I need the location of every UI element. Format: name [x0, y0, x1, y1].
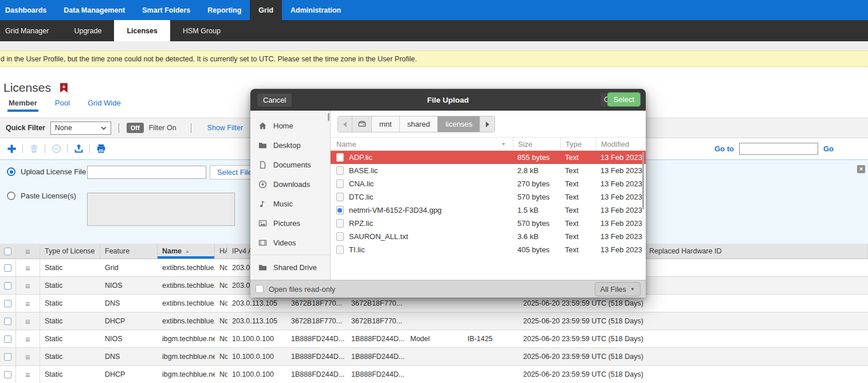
- cancel-button[interactable]: Cancel: [257, 93, 292, 107]
- file-column-name[interactable]: Name▼: [331, 140, 513, 148]
- cell-3: No: [215, 295, 227, 312]
- row-checkbox[interactable]: [4, 282, 11, 290]
- row-menu-icon[interactable]: ≡: [16, 348, 40, 365]
- breadcrumb-mnt[interactable]: mnt: [372, 116, 400, 132]
- nav-item-dashboards[interactable]: Dashboards: [0, 0, 55, 20]
- paste-license-textarea[interactable]: [87, 193, 235, 226]
- row-menu-icon[interactable]: ≡: [16, 330, 40, 347]
- quick-filter-select[interactable]: None: [50, 122, 111, 135]
- bookmark-icon[interactable]: +: [60, 83, 68, 93]
- column-header-replaced-hardware-id[interactable]: Replaced Hardware ID: [645, 244, 868, 259]
- tab-grid-wide[interactable]: Grid Wide: [87, 99, 122, 112]
- file-row[interactable]: CNA.lic270 bytesText13 Feb 2023: [331, 177, 646, 190]
- table-row[interactable]: ≡StaticNIOSibgm.techblue.netNo10.100.0.1…: [0, 330, 868, 348]
- table-row[interactable]: ≡StaticDHCPextibns.techblue.n…No203.0.11…: [0, 312, 868, 330]
- subnav-item-upgrade[interactable]: Upgrade: [61, 20, 114, 41]
- paste-license-radio[interactable]: [7, 192, 15, 200]
- column-header-label: IPv4 A: [232, 247, 253, 255]
- file-column-size[interactable]: Size: [513, 138, 560, 150]
- row-menu-icon[interactable]: ≡: [16, 259, 40, 276]
- subnav-item-hsm-group[interactable]: HSM Group: [170, 20, 233, 41]
- place-desktop[interactable]: Desktop: [250, 135, 330, 155]
- file-column-type[interactable]: Type: [560, 138, 596, 150]
- place-shared-drive[interactable]: Shared Drive: [250, 257, 330, 277]
- tab-pool[interactable]: Pool: [54, 99, 71, 112]
- nav-item-data-management[interactable]: Data Management: [55, 0, 133, 20]
- file-row[interactable]: TI.lic405 bytesText13 Feb 2023: [331, 243, 646, 256]
- separator: [45, 144, 45, 153]
- forward-arrow-icon[interactable]: [480, 116, 494, 132]
- filter-toggle[interactable]: Off: [127, 123, 144, 133]
- file-list-scrollbar[interactable]: [642, 152, 644, 209]
- place-videos[interactable]: Videos: [250, 233, 330, 252]
- file-column-modified[interactable]: Modified: [596, 138, 646, 150]
- column-header-feature[interactable]: Feature: [100, 244, 158, 259]
- column-header-ha[interactable]: HA: [215, 244, 227, 259]
- back-arrow-icon[interactable]: [338, 116, 352, 132]
- row-menu-icon[interactable]: ≡: [16, 244, 40, 259]
- row-checkbox[interactable]: [4, 300, 11, 307]
- place-documents[interactable]: Documents: [250, 155, 330, 174]
- place-home[interactable]: Home: [250, 116, 330, 135]
- close-icon[interactable]: ✕: [857, 165, 865, 173]
- row-menu-icon[interactable]: ≡: [16, 366, 40, 383]
- row-checkbox[interactable]: [4, 264, 11, 272]
- nav-item-reporting[interactable]: Reporting: [199, 0, 250, 20]
- table-row[interactable]: ≡StaticDHCPibgm.techblue.netNo10.100.0.1…: [0, 366, 868, 383]
- file-modified: 13 Feb 2023: [596, 219, 646, 228]
- cell-0: Static: [40, 366, 100, 383]
- nav-item-smart-folders[interactable]: Smart Folders: [133, 0, 199, 20]
- upload-icon[interactable]: [73, 143, 84, 155]
- file-row[interactable]: DTC.lic570 bytesText13 Feb 2023: [331, 190, 646, 204]
- subnav-item-grid-manager[interactable]: Grid Manager: [0, 20, 61, 41]
- goto-input[interactable]: [739, 143, 818, 155]
- subnav-item-licenses[interactable]: Licenses: [114, 20, 170, 41]
- place-downloads[interactable]: Downloads: [250, 174, 330, 194]
- go-button[interactable]: Go: [823, 144, 834, 153]
- show-filter-link[interactable]: Show Filter: [207, 124, 243, 132]
- cell-2: ibgm.techblue.net: [158, 366, 215, 383]
- select-all-checkbox[interactable]: [4, 248, 11, 255]
- upload-license-radio[interactable]: [7, 167, 15, 176]
- cell-10: [645, 312, 868, 330]
- row-checkbox[interactable]: [4, 335, 11, 343]
- row-checkbox[interactable]: [4, 371, 11, 378]
- place-pictures[interactable]: Pictures: [250, 213, 330, 233]
- file-column-label: Name: [336, 140, 356, 148]
- music-icon: [258, 200, 267, 208]
- breadcrumb-shared[interactable]: shared: [400, 116, 438, 132]
- file-row[interactable]: RPZ.lic570 bytesText13 Feb 2023: [331, 217, 646, 230]
- add-icon[interactable]: [6, 143, 17, 155]
- print-icon[interactable]: [95, 143, 107, 155]
- file-row[interactable]: SAURON_ALL.txt3.6 kBText13 Feb 2023: [331, 230, 646, 243]
- spacer-strip: [0, 41, 868, 50]
- row-checkbox[interactable]: [4, 353, 11, 361]
- cell-2: extibns.techblue.n…: [158, 295, 215, 312]
- remove-icon[interactable]: [50, 143, 62, 155]
- breadcrumb-licenses[interactable]: licenses: [438, 116, 480, 132]
- license-file-input[interactable]: [87, 166, 206, 179]
- file-type-filter-button[interactable]: All Files ▼: [595, 282, 641, 296]
- column-header-name[interactable]: Name▲: [158, 244, 215, 259]
- drive-icon[interactable]: [352, 116, 372, 132]
- column-header-type-of-license[interactable]: Type of License: [40, 244, 100, 259]
- select-button[interactable]: Select: [607, 92, 641, 107]
- sidebar-scrollbar[interactable]: [328, 113, 329, 121]
- row-menu-icon[interactable]: ≡: [16, 295, 40, 312]
- place-music[interactable]: Music: [250, 194, 330, 213]
- row-menu-icon[interactable]: ≡: [16, 312, 40, 330]
- cell-8: IB-1425: [463, 330, 519, 347]
- file-name: ADP.lic: [349, 153, 372, 162]
- delete-icon[interactable]: [28, 143, 40, 155]
- file-type: Text: [560, 245, 596, 254]
- nav-item-grid[interactable]: Grid: [250, 0, 282, 20]
- nav-item-administration[interactable]: Administration: [282, 0, 349, 20]
- row-checkbox[interactable]: [4, 318, 11, 325]
- readonly-checkbox[interactable]: [256, 285, 264, 293]
- file-row[interactable]: BASE.lic2.8 kBText13 Feb 2023: [331, 164, 646, 177]
- file-row[interactable]: netmri-VM-6152-F3D34.gpg1.5 kBText13 Feb…: [331, 204, 646, 217]
- row-menu-icon[interactable]: ≡: [16, 277, 40, 294]
- table-row[interactable]: ≡StaticDNSibgm.techblue.netNo10.100.0.10…: [0, 348, 868, 366]
- file-row[interactable]: ADP.lic855 bytesText13 Feb 2023: [331, 151, 646, 164]
- tab-member[interactable]: Member: [7, 99, 38, 112]
